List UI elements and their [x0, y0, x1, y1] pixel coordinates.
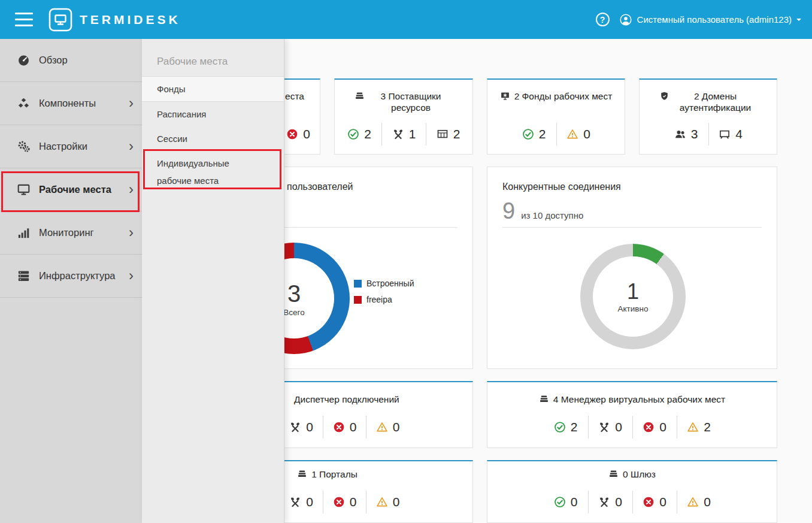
divider: [502, 227, 762, 228]
stat-value: 0: [659, 495, 666, 509]
stat-value: 4: [735, 127, 743, 141]
stat-value: 0: [393, 495, 400, 509]
brand-logo[interactable]: TERMIDESK: [49, 8, 181, 32]
card-stats: 0 0 0 0: [487, 489, 777, 515]
tools-icon: [392, 128, 404, 140]
submenu-item-label: Расписания: [157, 105, 206, 123]
stat-value: 2: [571, 420, 578, 434]
stat-warning: 0: [366, 491, 409, 513]
sidebar-item-label: Настройки: [39, 141, 87, 152]
card-title-text: Диспетчер подключений: [294, 394, 399, 405]
stat-value: 2: [364, 127, 371, 141]
user-label: Системный пользователь (admin123): [637, 14, 792, 25]
sidebar-item-workplaces[interactable]: Рабочие места ›: [0, 168, 142, 211]
tools-icon: [598, 421, 610, 433]
card-title-text: 2 Фонды рабочих мест: [514, 90, 613, 102]
submenu-item-schedules[interactable]: Расписания: [142, 102, 284, 126]
stat-value: 2: [539, 127, 546, 141]
brand-name: TERMIDESK: [80, 13, 181, 27]
submenu-item-sessions[interactable]: Сессии: [142, 126, 284, 151]
submenu-item-label: Сессии: [157, 130, 187, 147]
stat-error: 0: [323, 416, 366, 439]
stat-error: 0: [323, 491, 366, 513]
card-title: 2 Фонды рабочих мест: [495, 90, 617, 102]
gauge-icon: [17, 53, 31, 67]
card-resource-providers: 3 Поставщики ресурсов 2 1 2: [334, 78, 473, 155]
shield-icon: [659, 91, 669, 101]
card-title-text: 4 Менеджер виртуальных рабочих мест: [553, 394, 725, 405]
stat-total: 2: [426, 123, 470, 146]
sidebar-item-overview[interactable]: Обзор: [0, 39, 142, 82]
chart-title: Конкурентные соединения: [502, 182, 621, 192]
chevron-right-icon: ›: [129, 182, 134, 196]
stat-ok: 2: [337, 123, 381, 146]
user-menu[interactable]: Системный пользователь (admin123): [619, 13, 801, 26]
stat-value: 0: [350, 420, 357, 434]
card-title-text: 0 Шлюз: [623, 468, 656, 480]
stat-maintenance: 0: [280, 491, 323, 513]
help-icon[interactable]: ?: [596, 13, 610, 26]
stack-icon: [297, 469, 307, 479]
warning-triangle-icon: [376, 421, 388, 433]
stat-value: 0: [615, 495, 622, 509]
topbar: TERMIDESK ? Системный пользователь (admi…: [0, 0, 812, 39]
check-circle-icon: [554, 496, 566, 508]
hamburger-menu-icon[interactable]: [15, 13, 34, 27]
stat-ok: 0: [544, 491, 588, 513]
legend-swatch-blue: [354, 280, 362, 288]
submenu-item-label: Фонды: [157, 80, 186, 98]
sidebar-item-label: Мониторинг: [39, 227, 94, 238]
tools-icon: [598, 496, 610, 508]
stat-value: 0: [659, 420, 666, 434]
submenu-item-funds[interactable]: Фонды: [142, 76, 284, 102]
legend-label: freeipa: [366, 295, 392, 304]
card-stats: 2 0: [487, 122, 625, 147]
stat-value: 3: [691, 127, 698, 141]
stat-value: 0: [615, 420, 622, 434]
chevron-right-icon: ›: [129, 138, 134, 153]
stack-icon: [355, 91, 365, 101]
monitor-star-icon: [500, 91, 510, 101]
submenu-item-individual-workplaces[interactable]: Индивидуальные рабочие места: [142, 151, 284, 193]
warning-triangle-icon: [687, 421, 699, 433]
card-title: 4 Менеджер виртуальных рабочих мест: [495, 394, 769, 405]
users-icon: [674, 128, 686, 140]
chevron-right-icon: ›: [129, 225, 134, 239]
donut-center-value: 1: [627, 280, 639, 304]
legend-swatch-red: [354, 296, 362, 304]
card-title-text: 1 Порталы: [311, 468, 357, 480]
sidebar: Обзор Компоненты › Настройки › Рабочие м…: [0, 39, 142, 523]
x-circle-icon: [333, 421, 345, 433]
bar-chart-icon: [17, 226, 31, 240]
termidesk-logo-icon: [49, 8, 72, 32]
chevron-right-icon: ›: [129, 95, 134, 110]
sidebar-item-infrastructure[interactable]: Инфраструктура ›: [0, 255, 142, 298]
availability-row: 9 из 10 доступно: [502, 198, 583, 224]
stack-icon: [539, 394, 549, 404]
sidebar-item-monitoring[interactable]: Мониторинг ›: [0, 211, 142, 255]
sidebar-item-label: Рабочие места: [39, 184, 111, 195]
available-caption: из 10 доступно: [521, 210, 583, 220]
stat-domains: 4: [708, 123, 753, 146]
stat-warning: 0: [366, 416, 409, 439]
stat-warning: 0: [677, 491, 721, 513]
warning-triangle-icon: [566, 128, 578, 140]
x-circle-icon: [286, 128, 298, 140]
sidebar-item-label: Обзор: [39, 55, 68, 66]
tools-icon: [289, 421, 301, 433]
stat-value: 0: [583, 127, 590, 141]
chevron-down-icon: [796, 19, 801, 23]
x-circle-icon: [643, 421, 655, 433]
legend-item: freeipa: [354, 295, 414, 304]
card-stats: 2 0 0 2: [487, 414, 777, 440]
gears-icon: [17, 140, 31, 153]
donut-center-label: Всего: [283, 308, 304, 317]
sidebar-item-components[interactable]: Компоненты ›: [0, 82, 142, 125]
card-workplace-pools: 2 Фонды рабочих мест 2 0: [487, 78, 625, 155]
server-stack-icon: [17, 269, 31, 283]
warning-triangle-icon: [376, 496, 388, 508]
donut-center: 1 Активно: [593, 256, 673, 337]
stat-maintenance: 0: [280, 416, 323, 439]
sidebar-item-settings[interactable]: Настройки ›: [0, 125, 142, 168]
stat-users: 3: [664, 123, 708, 146]
